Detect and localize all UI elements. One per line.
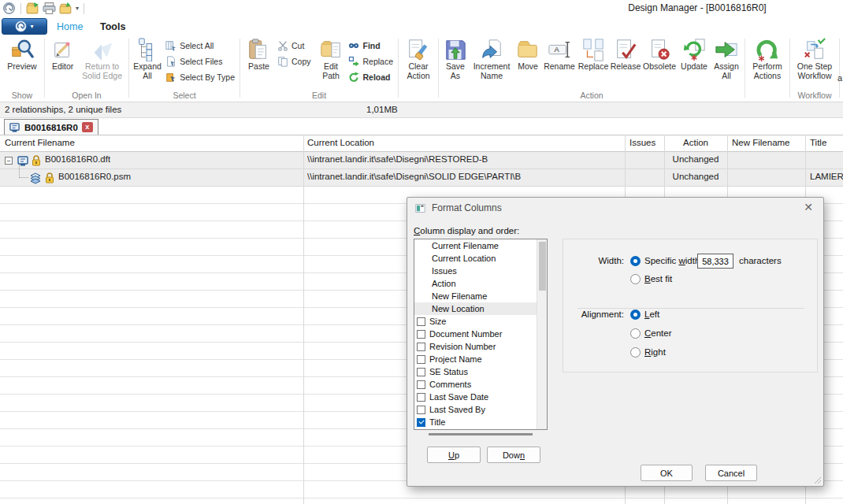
header-new-filename[interactable]: New Filename [732,138,790,147]
characters-label: characters [739,256,782,265]
align-center-radio[interactable] [630,328,641,339]
ok-button[interactable]: OK [641,465,693,481]
perform-actions-button[interactable]: Perform Actions [748,37,787,81]
print-icon[interactable] [43,2,56,15]
ribbon-tab-row: ▾ Home Tools [0,17,843,35]
return-to-solid-edge-button[interactable]: Return to Solid Edge [78,37,126,81]
close-document-icon[interactable]: x [82,122,93,132]
one-step-workflow-button[interactable]: One Step Workflow [793,37,837,81]
application-button[interactable]: ▾ [2,18,47,35]
best-fit-radio[interactable] [630,274,641,284]
list-item[interactable]: Issues [414,265,547,277]
title-bar: ▾ Design Manager - [B0016816R0] [0,0,843,17]
select-files-button[interactable]: Select Files [163,54,237,69]
list-item-selected[interactable]: New Location [414,302,547,315]
checkbox[interactable] [417,406,425,414]
edit-path-label: Edit Path [317,62,344,80]
down-button[interactable]: Down [487,447,540,463]
checkbox[interactable] [417,393,425,402]
table-row[interactable]: B0016816R0.psm \\intranet.landir.it\safe… [0,169,843,187]
vertical-scrollbar[interactable] [537,239,547,429]
horizontal-scrollbar[interactable] [429,433,533,435]
list-item[interactable]: SE Status [414,365,547,378]
header-issues[interactable]: Issues [629,138,655,147]
clear-action-button[interactable]: Clear Action [401,37,436,81]
list-item[interactable]: Current Location [414,252,547,265]
preview-button[interactable]: Preview [2,37,42,72]
assign-all-button[interactable]: Assign All [711,37,742,81]
list-item[interactable]: Last Save Date [414,391,547,403]
obsolete-button[interactable]: Obsolete [641,37,678,72]
edit-path-button[interactable]: Edit Path [315,37,346,81]
select-by-type-button[interactable]: Select By Type [163,69,237,85]
align-left-radio[interactable] [630,309,641,320]
dialog-title-bar[interactable]: Format Columns ✕ [407,198,823,218]
sheet-metal-document-icon [29,172,42,184]
list-item[interactable]: New Filename [414,290,547,302]
resize-grip[interactable] [814,476,822,484]
cell-action: Unchanged [664,154,727,164]
close-icon[interactable]: ✕ [801,201,815,213]
checkbox[interactable] [417,317,425,326]
collapse-icon[interactable]: − [5,157,13,165]
paste-label: Paste [248,62,269,72]
select-all-button[interactable]: Select All [163,38,237,54]
align-right-radio[interactable] [630,347,641,358]
replace-action-icon [581,38,605,61]
list-item[interactable]: Title [414,416,547,428]
column-divider[interactable] [303,135,304,504]
checkbox[interactable] [417,343,425,351]
find-button[interactable]: Find [346,38,396,54]
checkbox[interactable] [417,355,425,364]
rename-button[interactable]: A Rename [542,37,577,72]
move-button[interactable]: Move [514,37,542,72]
group-label-select: Select [130,90,239,102]
tab-home[interactable]: Home [47,19,92,35]
checkbox[interactable] [417,380,425,389]
table-row[interactable]: − B0016816R0.dft \\intranet.landir.it\sa… [0,152,843,169]
specific-width-radio[interactable] [630,256,641,266]
divider [398,39,399,98]
cancel-button[interactable]: Cancel [705,465,757,481]
header-title[interactable]: Title [810,138,826,147]
move-label: Move [518,62,538,72]
header-action[interactable]: Action [664,138,727,147]
tab-tools[interactable]: Tools [91,19,135,35]
checkbox-checked[interactable] [417,418,425,427]
replace-action-button[interactable]: Replace [577,37,610,72]
list-item[interactable]: Comments [414,378,547,391]
header-current-location[interactable]: Current Location [307,138,374,147]
checkbox[interactable] [417,330,425,339]
open-file-icon[interactable] [26,2,39,15]
update-button[interactable]: Update [678,37,711,72]
list-item[interactable]: Action [414,277,547,290]
paste-button[interactable]: Paste [243,37,275,72]
checkbox[interactable] [417,368,425,376]
save-as-button[interactable]: Save As [441,37,470,81]
save-in-icon[interactable] [59,2,72,15]
scrollbar-thumb[interactable] [539,242,546,291]
list-item[interactable]: Document Number [414,328,547,340]
qat-customize-icon[interactable]: ▾ [76,5,79,12]
list-item[interactable]: Revision Number [414,340,547,353]
column-listbox[interactable]: Current Filename Current Location Issues… [414,239,548,430]
editor-button[interactable]: Editor [47,37,78,72]
list-item[interactable]: Current Filename [414,239,547,252]
release-button[interactable]: Release [610,37,641,72]
group-label-action: Action [440,90,744,102]
increment-name-button[interactable]: Increment Name [470,37,514,81]
width-value-input[interactable] [697,254,733,269]
up-button[interactable]: Up [427,447,481,463]
app-logo-icon[interactable] [2,2,16,15]
list-item[interactable]: Last Saved By [414,403,547,416]
reload-button[interactable]: Reload [346,69,396,85]
cut-button[interactable]: Cut [275,38,314,54]
list-item[interactable]: Size [414,315,547,328]
return-to-solid-edge-label: Return to Solid Edge [80,62,124,80]
copy-button[interactable]: Copy [275,54,314,69]
list-item[interactable]: Project Name [414,353,547,365]
expand-all-button[interactable]: Expand All [132,37,163,81]
header-current-filename[interactable]: Current Filename [5,138,75,147]
replace-button[interactable]: Replace [346,54,396,69]
document-tab[interactable]: B0016816R0 x [4,119,98,135]
